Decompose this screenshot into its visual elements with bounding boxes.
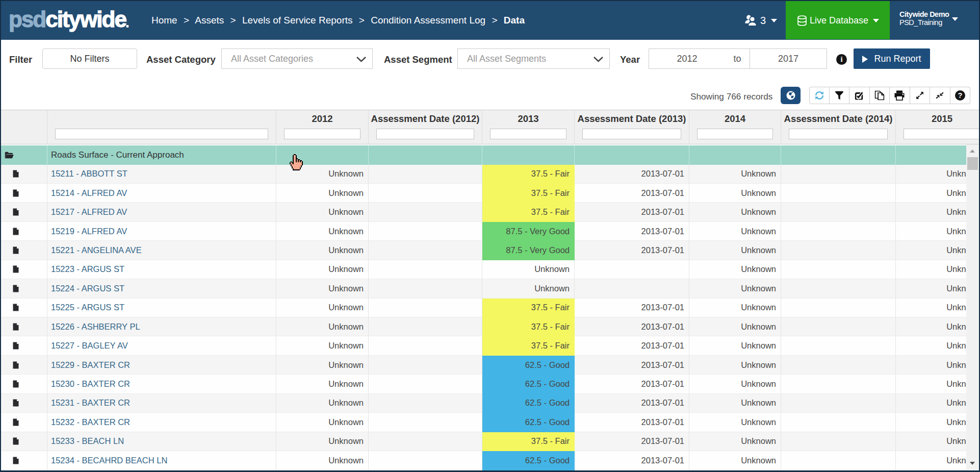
svg-text:?: ? <box>958 91 962 100</box>
